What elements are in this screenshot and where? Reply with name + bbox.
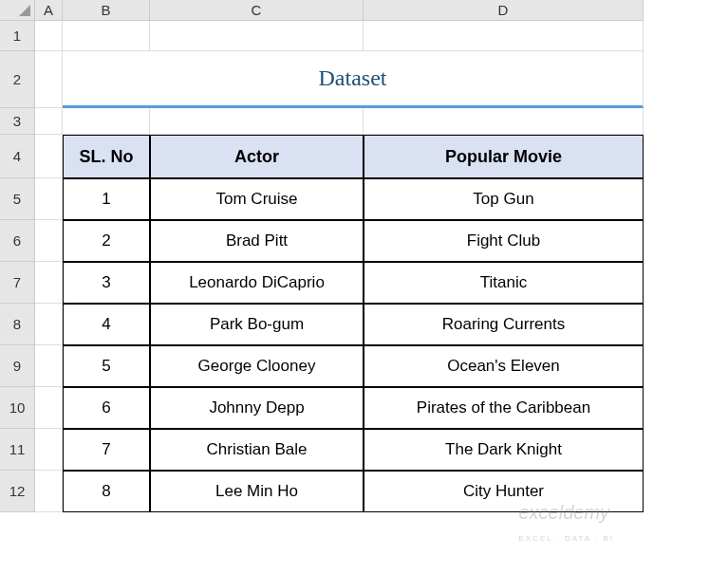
cell-A10[interactable]: [35, 387, 63, 429]
cell-movie-1[interactable]: Fight Club: [364, 220, 644, 262]
select-all-triangle-icon: [19, 5, 30, 16]
cell-D3[interactable]: [364, 108, 644, 135]
select-all-corner[interactable]: [0, 0, 35, 21]
cell-A7[interactable]: [35, 262, 63, 304]
cell-movie-6[interactable]: The Dark Knight: [364, 429, 644, 471]
cell-C1[interactable]: [150, 21, 364, 51]
row-header-11[interactable]: 11: [0, 429, 35, 471]
cell-actor-0[interactable]: Tom Cruise: [150, 178, 364, 220]
row-header-4[interactable]: 4: [0, 135, 35, 178]
cell-A8[interactable]: [35, 304, 63, 345]
row-header-5[interactable]: 5: [0, 178, 35, 220]
cell-A5[interactable]: [35, 178, 63, 220]
header-movie[interactable]: Popular Movie: [364, 135, 644, 178]
cell-sl-5[interactable]: 6: [63, 387, 150, 429]
cell-actor-1[interactable]: Brad Pitt: [150, 220, 364, 262]
watermark-main: exceldemy: [518, 502, 609, 523]
cell-actor-5[interactable]: Johnny Depp: [150, 387, 364, 429]
cell-A3[interactable]: [35, 108, 63, 135]
cell-A11[interactable]: [35, 429, 63, 471]
watermark: exceldemy EXCEL · DATA · BI: [518, 502, 614, 546]
cell-A12[interactable]: [35, 471, 63, 512]
row-headers: 123456789101112: [0, 21, 35, 512]
title-cell[interactable]: Dataset: [63, 51, 644, 108]
row-header-10[interactable]: 10: [0, 387, 35, 429]
cell-D1[interactable]: [364, 21, 644, 51]
cell-movie-0[interactable]: Top Gun: [364, 178, 644, 220]
row-header-9[interactable]: 9: [0, 345, 35, 387]
cell-actor-2[interactable]: Leonardo DiCaprio: [150, 262, 364, 304]
cell-A4[interactable]: [35, 135, 63, 178]
cell-sl-3[interactable]: 4: [63, 304, 150, 345]
row-header-8[interactable]: 8: [0, 304, 35, 345]
cell-movie-4[interactable]: Ocean's Eleven: [364, 345, 644, 387]
cell-sl-0[interactable]: 1: [63, 178, 150, 220]
spreadsheet-grid[interactable]: DatasetSL. NoActorPopular Movie1Tom Crui…: [35, 21, 644, 512]
cell-actor-7[interactable]: Lee Min Ho: [150, 471, 364, 512]
column-headers: ABCD: [35, 0, 644, 21]
column-header-C[interactable]: C: [150, 0, 364, 21]
column-header-B[interactable]: B: [63, 0, 150, 21]
cell-B1[interactable]: [63, 21, 150, 51]
watermark-sub: EXCEL · DATA · BI: [518, 534, 614, 543]
cell-actor-6[interactable]: Christian Bale: [150, 429, 364, 471]
header-actor[interactable]: Actor: [150, 135, 364, 178]
cell-A1[interactable]: [35, 21, 63, 51]
row-header-12[interactable]: 12: [0, 471, 35, 512]
cell-A6[interactable]: [35, 220, 63, 262]
cell-A2[interactable]: [35, 51, 63, 108]
row-header-1[interactable]: 1: [0, 21, 35, 51]
row-header-7[interactable]: 7: [0, 262, 35, 304]
column-header-A[interactable]: A: [35, 0, 63, 21]
cell-actor-3[interactable]: Park Bo-gum: [150, 304, 364, 345]
cell-B3[interactable]: [63, 108, 150, 135]
row-header-3[interactable]: 3: [0, 108, 35, 135]
header-sl[interactable]: SL. No: [63, 135, 150, 178]
cell-sl-7[interactable]: 8: [63, 471, 150, 512]
cell-sl-2[interactable]: 3: [63, 262, 150, 304]
cell-sl-6[interactable]: 7: [63, 429, 150, 471]
row-header-2[interactable]: 2: [0, 51, 35, 108]
cell-C3[interactable]: [150, 108, 364, 135]
cell-actor-4[interactable]: George Clooney: [150, 345, 364, 387]
row-header-6[interactable]: 6: [0, 220, 35, 262]
cell-sl-1[interactable]: 2: [63, 220, 150, 262]
cell-movie-5[interactable]: Pirates of the Caribbean: [364, 387, 644, 429]
cell-A9[interactable]: [35, 345, 63, 387]
column-header-D[interactable]: D: [364, 0, 644, 21]
cell-movie-3[interactable]: Roaring Currents: [364, 304, 644, 345]
cell-sl-4[interactable]: 5: [63, 345, 150, 387]
cell-movie-2[interactable]: Titanic: [364, 262, 644, 304]
